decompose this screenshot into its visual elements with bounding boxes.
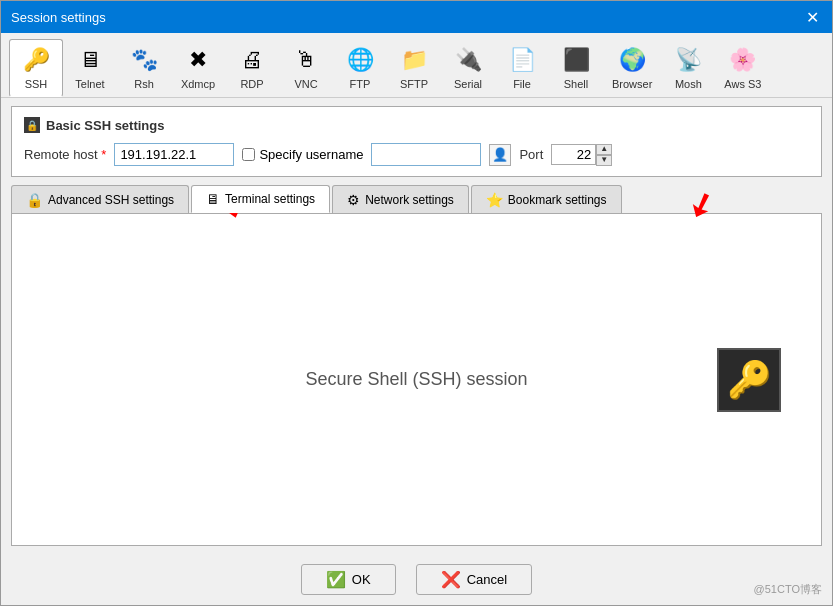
tabs-row: 🔒 Advanced SSH settings 🖥 Terminal setti…: [11, 185, 822, 214]
tab-advanced-label: Advanced SSH settings: [48, 193, 174, 207]
toolbar-label-mosh: Mosh: [675, 78, 702, 90]
browser-icon: 🌍: [616, 44, 648, 76]
toolbar-label-file: File: [513, 78, 531, 90]
tab-network-label: Network settings: [365, 193, 454, 207]
file-icon: 📄: [506, 44, 538, 76]
ssh-icon: 🔑: [20, 44, 52, 76]
remote-host-input[interactable]: [114, 143, 234, 166]
session-settings-dialog: Session settings ✕ 🔑 SSH 🖥 Telnet 🐾 Rsh …: [0, 0, 833, 606]
port-label: Port: [519, 147, 543, 162]
watermark: @51CTO博客: [754, 582, 822, 597]
tab-bookmark-icon: ⭐: [486, 192, 503, 208]
dialog-title: Session settings: [11, 10, 106, 25]
awss3-icon: 🌸: [727, 44, 759, 76]
required-star: *: [101, 147, 106, 162]
specify-username-label[interactable]: Specify username: [242, 147, 363, 162]
toolbar-item-file[interactable]: 📄 File: [495, 39, 549, 97]
toolbar-item-xdmcp[interactable]: ✖ Xdmcp: [171, 39, 225, 97]
toolbar-label-rdp: RDP: [240, 78, 263, 90]
telnet-icon: 🖥: [74, 44, 106, 76]
basic-settings-title: Basic SSH settings: [46, 118, 165, 133]
port-input[interactable]: [551, 144, 596, 165]
title-bar: Session settings ✕: [1, 1, 832, 33]
user-icon-button[interactable]: 👤: [489, 144, 511, 166]
toolbar-item-awss3[interactable]: 🌸 Aws S3: [715, 39, 770, 97]
toolbar-label-vnc: VNC: [294, 78, 317, 90]
port-spinner: ▲ ▼: [596, 144, 612, 166]
basic-settings-icon: 🔒: [24, 117, 40, 133]
mosh-icon: 📡: [672, 44, 704, 76]
toolbar-label-browser: Browser: [612, 78, 652, 90]
cancel-button[interactable]: ❌ Cancel: [416, 564, 532, 595]
toolbar-label-xdmcp: Xdmcp: [181, 78, 215, 90]
toolbar-item-shell[interactable]: ⬛ Shell: [549, 39, 603, 97]
cancel-icon: ❌: [441, 570, 461, 589]
port-input-wrap: ▲ ▼: [551, 144, 612, 166]
specify-username-checkbox[interactable]: [242, 148, 255, 161]
basic-settings-header: 🔒 Basic SSH settings: [24, 117, 809, 133]
toolbar-item-telnet[interactable]: 🖥 Telnet: [63, 39, 117, 97]
xdmcp-icon: ✖: [182, 44, 214, 76]
main-content: 🔒 Basic SSH settings Remote host * Speci…: [1, 98, 832, 554]
cancel-label: Cancel: [467, 572, 507, 587]
port-decrement-button[interactable]: ▼: [596, 155, 612, 166]
tab-advanced-ssh[interactable]: 🔒 Advanced SSH settings: [11, 185, 189, 213]
tab-terminal[interactable]: 🖥 Terminal settings: [191, 185, 330, 213]
toolbar-item-ftp[interactable]: 🌐 FTP: [333, 39, 387, 97]
toolbar-label-awss3: Aws S3: [724, 78, 761, 90]
tab-advanced-icon: 🔒: [26, 192, 43, 208]
ok-icon: ✅: [326, 570, 346, 589]
toolbar-item-serial[interactable]: 🔌 Serial: [441, 39, 495, 97]
toolbar-label-telnet: Telnet: [75, 78, 104, 90]
toolbar-item-browser[interactable]: 🌍 Browser: [603, 39, 661, 97]
toolbar-label-rsh: Rsh: [134, 78, 154, 90]
toolbar-label-shell: Shell: [564, 78, 588, 90]
username-input[interactable]: [371, 143, 481, 166]
vnc-icon: 🖱: [290, 44, 322, 76]
remote-host-label: Remote host *: [24, 147, 106, 162]
toolbar: 🔑 SSH 🖥 Telnet 🐾 Rsh ✖ Xdmcp 🖨 RDP 🖱 VNC…: [1, 33, 832, 98]
key-icon-box: 🔑: [717, 348, 781, 412]
port-increment-button[interactable]: ▲: [596, 144, 612, 155]
toolbar-item-mosh[interactable]: 📡 Mosh: [661, 39, 715, 97]
toolbar-item-sftp[interactable]: 📁 SFTP: [387, 39, 441, 97]
toolbar-item-ssh[interactable]: 🔑 SSH: [9, 39, 63, 97]
shell-icon: ⬛: [560, 44, 592, 76]
toolbar-label-sftp: SFTP: [400, 78, 428, 90]
basic-settings-box: 🔒 Basic SSH settings Remote host * Speci…: [11, 106, 822, 177]
ftp-icon: 🌐: [344, 44, 376, 76]
serial-icon: 🔌: [452, 44, 484, 76]
key-icon: 🔑: [727, 359, 772, 401]
sftp-icon: 📁: [398, 44, 430, 76]
tab-network-icon: ⚙: [347, 192, 360, 208]
tab-content-area: Secure Shell (SSH) session 🔑: [11, 214, 822, 546]
close-button[interactable]: ✕: [802, 7, 822, 27]
toolbar-label-ftp: FTP: [350, 78, 371, 90]
toolbar-label-ssh: SSH: [25, 78, 48, 90]
tab-bookmark-label: Bookmark settings: [508, 193, 607, 207]
tab-terminal-label: Terminal settings: [225, 192, 315, 206]
bottom-bar: ✅ OK ❌ Cancel: [1, 554, 832, 605]
tab-bookmark[interactable]: ⭐ Bookmark settings: [471, 185, 622, 213]
rdp-icon: 🖨: [236, 44, 268, 76]
ok-label: OK: [352, 572, 371, 587]
toolbar-item-vnc[interactable]: 🖱 VNC: [279, 39, 333, 97]
session-label: Secure Shell (SSH) session: [305, 369, 527, 390]
basic-settings-form-row: Remote host * Specify username 👤 Port ▲: [24, 143, 809, 166]
tab-terminal-icon: 🖥: [206, 191, 220, 207]
toolbar-item-rsh[interactable]: 🐾 Rsh: [117, 39, 171, 97]
rsh-icon: 🐾: [128, 44, 160, 76]
tab-network[interactable]: ⚙ Network settings: [332, 185, 469, 213]
toolbar-item-rdp[interactable]: 🖨 RDP: [225, 39, 279, 97]
ok-button[interactable]: ✅ OK: [301, 564, 396, 595]
toolbar-label-serial: Serial: [454, 78, 482, 90]
